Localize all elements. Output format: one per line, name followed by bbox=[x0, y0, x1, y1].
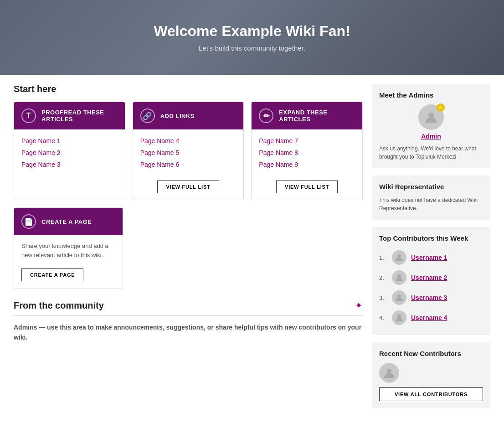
community-header: From the community ✦ bbox=[14, 300, 363, 316]
recent-contributors-title: Recent New Contributors bbox=[379, 350, 483, 357]
add-links-card: 🔗 ADD LINKS Page Name 4 Page Name 5 Page… bbox=[133, 102, 244, 200]
expand-card-footer: VIEW FULL LIST bbox=[252, 176, 362, 200]
create-page-card-header: 📄 CREATE A PAGE bbox=[14, 208, 123, 235]
svg-point-3 bbox=[397, 294, 401, 298]
contributor-name-1[interactable]: Username 1 bbox=[411, 254, 447, 261]
create-page-button[interactable]: CREATE A PAGE bbox=[21, 268, 83, 281]
add-links-card-body: Page Name 4 Page Name 5 Page Name 6 bbox=[133, 129, 244, 176]
contributor-name-3[interactable]: Username 3 bbox=[411, 294, 447, 301]
contributor-avatar-1 bbox=[392, 250, 406, 265]
task-cards-row: T PROOFREAD THESE ARTICLES Page Name 1 P… bbox=[14, 102, 363, 200]
edit-community-icon[interactable]: ✦ bbox=[355, 300, 363, 311]
expand-link-2[interactable]: Page Name 8 bbox=[259, 147, 355, 159]
admin-avatar-wrap: ⭐ bbox=[418, 104, 444, 130]
svg-point-2 bbox=[397, 274, 401, 278]
add-links-icon: 🔗 bbox=[140, 108, 155, 123]
top-contributors-title: Top Contributors this Week bbox=[379, 234, 483, 242]
recent-contributor-avatar bbox=[379, 363, 399, 383]
wiki-rep-body: This wiki does not have a dedicated Wiki… bbox=[379, 196, 483, 212]
sidebar: Meet the Admins ⭐ Admin Ask us anything.… bbox=[372, 84, 490, 416]
start-here-title: Start here bbox=[14, 84, 363, 94]
expand-card: ✏ EXPAND THESE ARTICLES Page Name 7 Page… bbox=[251, 102, 363, 200]
proofread-card-body: Page Name 1 Page Name 2 Page Name 3 bbox=[14, 129, 125, 176]
recent-contributors-panel: Recent New Contributors VIEW ALL CONTRIB… bbox=[372, 342, 490, 408]
meet-admins-panel: Meet the Admins ⭐ Admin Ask us anything.… bbox=[372, 84, 490, 168]
admin-badge: ⭐ bbox=[437, 103, 445, 112]
admin-desc: Ask us anything. We'd love to hear what … bbox=[379, 144, 483, 161]
expand-icon: ✏ bbox=[259, 108, 273, 123]
contributors-list: 1. Username 1 2. Username 2 3. bbox=[379, 248, 483, 328]
admin-area: ⭐ Admin bbox=[379, 104, 483, 140]
view-all-contributors-button[interactable]: VIEW ALL CONTRIBUTORS bbox=[379, 387, 483, 401]
contributor-name-2[interactable]: Username 2 bbox=[411, 274, 447, 281]
hero-banner: Welcome Example Wiki Fan! Let's build th… bbox=[0, 0, 504, 75]
contributor-avatar-4 bbox=[392, 310, 406, 325]
contributor-rank-4: 4. bbox=[379, 315, 387, 321]
contributor-name-4[interactable]: Username 4 bbox=[411, 314, 447, 321]
proofread-card-header: T PROOFREAD THESE ARTICLES bbox=[14, 102, 125, 129]
wiki-rep-title: Wiki Representative bbox=[379, 183, 483, 191]
proofread-link-3[interactable]: Page Name 3 bbox=[21, 159, 118, 170]
proofread-card-title: PROOFREAD THESE ARTICLES bbox=[41, 109, 118, 123]
expand-card-body: Page Name 7 Page Name 8 Page Name 9 bbox=[252, 129, 362, 176]
hero-subtitle: Let's build this community together. bbox=[9, 44, 495, 52]
create-page-icon: 📄 bbox=[21, 214, 36, 229]
contributor-rank-2: 2. bbox=[379, 274, 387, 281]
contributor-avatar-2 bbox=[392, 270, 406, 285]
community-title: From the community bbox=[14, 300, 104, 311]
proofread-link-1[interactable]: Page Name 1 bbox=[21, 135, 118, 147]
community-body: Admins — use this area to make announcem… bbox=[14, 322, 363, 343]
top-contributors-panel: Top Contributors this Week 1. Username 1… bbox=[372, 227, 490, 335]
contributor-avatar-3 bbox=[392, 290, 406, 305]
contributor-rank-1: 1. bbox=[379, 254, 387, 261]
create-page-body: Share your knowledge and add a new relev… bbox=[14, 235, 123, 266]
contributor-item-4: 4. Username 4 bbox=[379, 308, 483, 328]
main-content: Start here T PROOFREAD THESE ARTICLES Pa… bbox=[14, 84, 363, 416]
add-links-card-header: 🔗 ADD LINKS bbox=[133, 102, 244, 129]
add-links-link-2[interactable]: Page Name 5 bbox=[140, 147, 237, 159]
svg-point-4 bbox=[397, 315, 401, 318]
admin-name[interactable]: Admin bbox=[379, 133, 483, 140]
expand-card-header: ✏ EXPAND THESE ARTICLES bbox=[252, 102, 362, 129]
wiki-rep-panel: Wiki Representative This wiki does not h… bbox=[372, 175, 490, 220]
svg-point-5 bbox=[387, 369, 391, 373]
add-links-link-1[interactable]: Page Name 4 bbox=[140, 135, 237, 147]
meet-admins-title: Meet the Admins bbox=[379, 91, 483, 99]
svg-point-1 bbox=[397, 254, 401, 258]
add-links-card-title: ADD LINKS bbox=[160, 113, 195, 119]
add-links-link-3[interactable]: Page Name 6 bbox=[140, 159, 237, 170]
contributor-item-2: 2. Username 2 bbox=[379, 268, 483, 288]
create-page-footer: CREATE A PAGE bbox=[14, 266, 123, 289]
contributor-rank-3: 3. bbox=[379, 294, 387, 301]
proofread-icon: T bbox=[21, 108, 36, 123]
community-section: From the community ✦ Admins — use this a… bbox=[14, 300, 363, 343]
add-links-view-btn[interactable]: VIEW FULL LIST bbox=[157, 181, 219, 193]
proofread-card: T PROOFREAD THESE ARTICLES Page Name 1 P… bbox=[14, 102, 125, 200]
add-links-card-footer: VIEW FULL LIST bbox=[133, 176, 244, 200]
expand-view-btn[interactable]: VIEW FULL LIST bbox=[276, 181, 338, 193]
expand-link-3[interactable]: Page Name 9 bbox=[259, 159, 355, 170]
contributor-item-3: 3. Username 3 bbox=[379, 288, 483, 308]
hero-title: Welcome Example Wiki Fan! bbox=[9, 23, 495, 40]
contributor-item-1: 1. Username 1 bbox=[379, 248, 483, 268]
create-page-title: CREATE A PAGE bbox=[41, 218, 92, 225]
proofread-link-2[interactable]: Page Name 2 bbox=[21, 147, 118, 159]
expand-card-title: EXPAND THESE ARTICLES bbox=[279, 109, 355, 123]
expand-link-1[interactable]: Page Name 7 bbox=[259, 135, 355, 147]
create-page-card: 📄 CREATE A PAGE Share your knowledge and… bbox=[14, 207, 123, 289]
